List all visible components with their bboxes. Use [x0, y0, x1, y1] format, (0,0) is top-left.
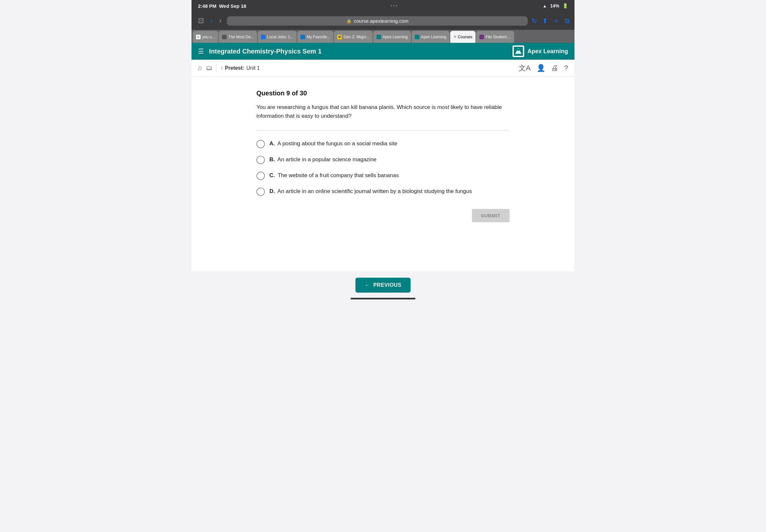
- pretest-label: Pretest:: [225, 65, 244, 71]
- toolbar: ⌂ 🗂 ↑ Pretest: Unit 1 文A 👤 🖨 ?: [191, 60, 575, 77]
- course-title: Integrated Chemistry-Physics Sem 1: [209, 48, 322, 55]
- tab-favicon-apex2: [415, 35, 420, 39]
- option-d-content: An article in an online scientific journ…: [277, 188, 472, 194]
- date: Wed Sep 18: [219, 3, 246, 9]
- portfolio-button[interactable]: 🗂: [206, 64, 212, 72]
- tab-favicon-myfavorite: [300, 35, 305, 39]
- option-a[interactable]: A. A posting about the fungus on a socia…: [256, 139, 510, 148]
- three-dots: ···: [391, 3, 398, 9]
- svg-point-2: [517, 49, 519, 51]
- option-c[interactable]: C. The website of a fruit company that s…: [256, 171, 510, 180]
- tab-apex1[interactable]: Apex Learning: [373, 31, 411, 43]
- tabs-bar: G you u... The Most De... Local Jobs: 1.…: [191, 30, 575, 43]
- lock-icon: 🔒: [346, 18, 351, 23]
- option-d-letter: D.: [269, 188, 275, 194]
- tab-courses[interactable]: ✕ Courses: [450, 31, 476, 43]
- radio-d[interactable]: [256, 187, 265, 196]
- tab-favicon-mostde: [222, 35, 226, 39]
- status-left: 2:48 PM Wed Sep 18: [198, 3, 246, 9]
- address-bar[interactable]: 🔒 course.apexlearning.com: [227, 16, 528, 26]
- tab-favicon-google: G: [196, 35, 201, 39]
- help-button[interactable]: ?: [564, 64, 568, 72]
- radio-a[interactable]: [256, 140, 265, 148]
- tabs-button[interactable]: ⧉: [565, 17, 569, 25]
- hamburger-menu-button[interactable]: ☰: [198, 47, 204, 55]
- option-d-text: D. An article in an online scientific jo…: [269, 187, 472, 196]
- reload-button[interactable]: ↻: [532, 17, 537, 25]
- tab-genz[interactable]: BI Gen Z: Major...: [334, 31, 372, 43]
- previous-btn-label: PREVIOUS: [373, 282, 402, 288]
- accessibility-button[interactable]: 👤: [537, 64, 545, 72]
- tab-favicon-apex1: [376, 35, 381, 39]
- submit-button[interactable]: SUBMIT: [472, 209, 510, 222]
- option-c-content: The website of a fruit company that sell…: [277, 172, 399, 178]
- print-button[interactable]: 🖨: [551, 64, 558, 72]
- tab-label-myfavorite: My Favorite...: [307, 35, 330, 39]
- home-indicator: [350, 298, 416, 299]
- status-bar: 2:48 PM Wed Sep 18 ··· ▲ 14% 🔋: [191, 0, 575, 12]
- share-button[interactable]: ⬆: [542, 17, 548, 25]
- option-a-letter: A.: [269, 140, 275, 147]
- tab-label-genz: Gen Z: Major...: [343, 35, 369, 39]
- tab-favicon-filo: [480, 35, 484, 39]
- question-text-italic: most: [437, 104, 449, 110]
- option-a-content: A posting about the fungus on a social m…: [277, 140, 398, 147]
- toolbar-separator: [216, 64, 216, 73]
- option-b[interactable]: B. An article in a popular science magaz…: [256, 155, 510, 164]
- tab-myfavorite[interactable]: My Favorite...: [297, 31, 334, 43]
- tab-label-filo: Filo Student:...: [486, 35, 511, 39]
- toolbar-right: 文A 👤 🖨 ?: [519, 63, 568, 73]
- tab-youtube[interactable]: G you u...: [193, 31, 218, 43]
- options-list: A. A posting about the fungus on a socia…: [256, 139, 510, 196]
- option-c-text: C. The website of a fruit company that s…: [269, 171, 399, 180]
- previous-arrow-icon: ←: [364, 282, 370, 288]
- option-a-text: A. A posting about the fungus on a socia…: [269, 139, 397, 148]
- radio-c[interactable]: [256, 172, 265, 180]
- main-content: Question 9 of 30 You are researching a f…: [191, 77, 575, 271]
- apex-logo-text: Apex Learning: [528, 48, 568, 55]
- option-d[interactable]: D. An article in an online scientific jo…: [256, 187, 510, 196]
- option-b-text: B. An article in a popular science magaz…: [269, 155, 376, 164]
- pretest-nav: ↑ Pretest: Unit 1: [220, 65, 260, 71]
- back-button[interactable]: ‹: [209, 17, 214, 25]
- course-header: ☰ Integrated Chemistry-Physics Sem 1 Ape…: [191, 43, 575, 60]
- time: 2:48 PM: [198, 3, 216, 9]
- tab-label-apex1: Apex Learning: [383, 35, 408, 39]
- question-number: Question 9 of 30: [256, 90, 510, 97]
- home-button[interactable]: ⌂: [198, 64, 202, 72]
- new-tab-button[interactable]: ＋: [553, 17, 560, 25]
- url-text: course.apexlearning.com: [354, 18, 409, 24]
- translate-button[interactable]: 文A: [519, 63, 531, 73]
- browser-nav: ⊡ ‹ › 🔒 course.apexlearning.com ↻ ⬆ ＋ ⧉: [191, 12, 575, 30]
- forward-button[interactable]: ›: [218, 17, 223, 25]
- bottom-bar: ← PREVIOUS: [191, 271, 575, 306]
- sidebar-toggle-button[interactable]: ⊡: [197, 17, 205, 25]
- toolbar-left: ⌂ 🗂 ↑ Pretest: Unit 1: [198, 64, 260, 73]
- submit-row: SUBMIT: [256, 209, 510, 222]
- tab-apex2[interactable]: Apex Learning: [412, 31, 449, 43]
- tab-label-localjobs: Local Jobs: 1...: [267, 35, 293, 39]
- tab-mostde[interactable]: The Most De...: [219, 31, 257, 43]
- tab-localjobs[interactable]: Local Jobs: 1...: [258, 31, 297, 43]
- tab-label-mostde: The Most De...: [228, 35, 254, 39]
- option-c-letter: C.: [269, 172, 275, 178]
- wifi-icon: ▲: [543, 4, 547, 8]
- tab-label-apex2: Apex Learning: [421, 35, 446, 39]
- apex-logo-icon: [513, 45, 524, 57]
- apex-logo-svg: [514, 47, 523, 56]
- previous-button[interactable]: ← PREVIOUS: [355, 278, 410, 293]
- pretest-unit: Unit 1: [246, 65, 260, 71]
- tab-close-icon[interactable]: ✕: [454, 35, 456, 39]
- browser-actions: ↻ ⬆ ＋ ⧉: [532, 17, 569, 25]
- battery-level: 14%: [550, 3, 559, 8]
- option-b-letter: B.: [269, 156, 275, 163]
- question-text: You are researching a fungus that can ki…: [256, 103, 510, 120]
- status-right: ▲ 14% 🔋: [543, 3, 568, 8]
- tab-filo[interactable]: Filo Student:...: [476, 31, 514, 43]
- apex-logo: Apex Learning: [513, 45, 568, 57]
- question-divider: [256, 130, 510, 130]
- tab-label-youtube: you u...: [202, 35, 215, 39]
- radio-b[interactable]: [256, 156, 265, 164]
- tab-label-courses: Courses: [458, 35, 473, 39]
- battery-icon: 🔋: [563, 3, 568, 8]
